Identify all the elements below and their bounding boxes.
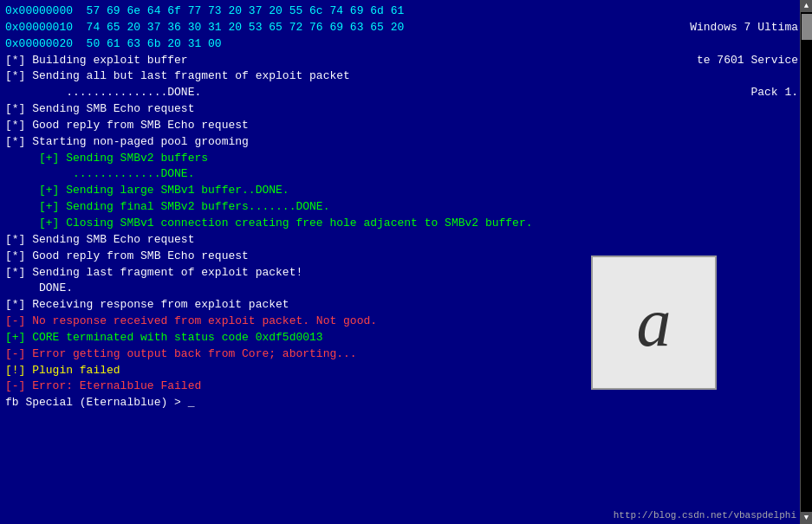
win-info-line2: te 7601 Service [697, 54, 798, 67]
terminal-prompt[interactable]: fb Special (Eternalblue) > _ [5, 395, 793, 411]
win-info-box: Windows 7 Ultima te 7601 Service Pack 1. [636, 3, 798, 118]
terminal-line-8: [*] Starting non-paged pool grooming [5, 134, 793, 151]
scroll-up-button[interactable]: ▲ [801, 0, 813, 12]
watermark: http://blog.csdn.net/vbaspdelphi [614, 510, 796, 521]
win-info-line1: Windows 7 Ultima [690, 21, 798, 34]
terminal-line-12: [+] Sending final SMBv2 buffers.......DO… [5, 199, 793, 216]
terminal-line-13: [+] Closing SMBv1 connection creating fr… [5, 216, 793, 232]
win-info-line3: Pack 1. [750, 86, 798, 99]
scroll-down-button[interactable]: ▼ [801, 512, 813, 524]
scrollbar[interactable]: ▲ ▼ [800, 0, 812, 524]
terminal-line-11: [+] Sending large SMBv1 buffer..DONE. [5, 183, 793, 199]
terminal-line-14: [*] Sending SMB Echo request [5, 232, 793, 249]
autocomplete-popup: a [591, 256, 717, 390]
terminal-window: 0x00000000 57 69 6e 64 6f 77 73 20 37 20… [0, 0, 812, 524]
terminal-line-7: [*] Good reply from SMB Echo request [5, 118, 793, 134]
hex-line-0: 0x00000000 57 69 6e 64 6f 77 73 20 37 20… [5, 3, 404, 20]
autocomplete-letter: a [637, 283, 672, 362]
terminal-line-9: [+] Sending SMBv2 buffers [5, 151, 793, 167]
terminal-line-10: .............DONE. [5, 166, 793, 183]
line-0-row: 0x00000000 57 69 6e 64 6f 77 73 20 37 20… [5, 3, 793, 20]
scroll-thumb[interactable] [802, 14, 812, 40]
